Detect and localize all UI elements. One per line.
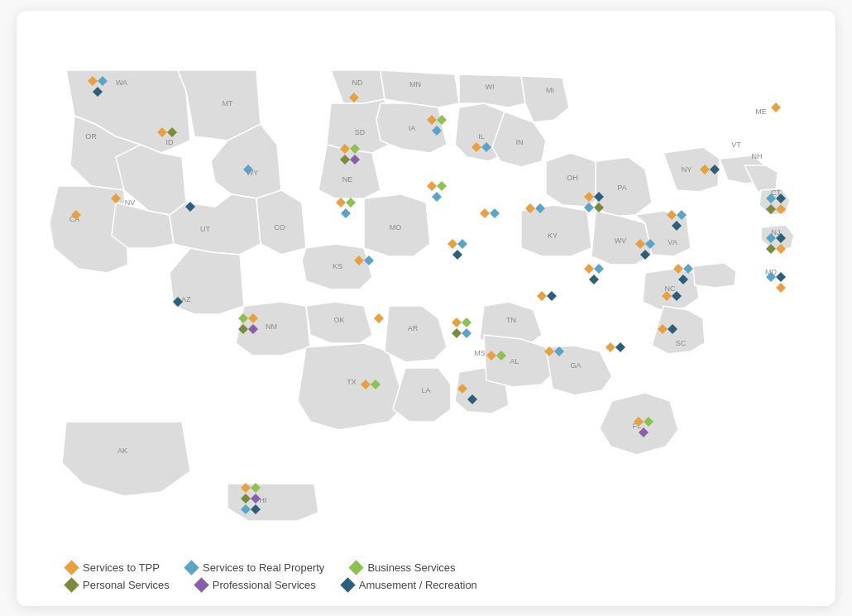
marker-KY-tpp [584,264,594,274]
label-ut: UT [200,225,210,233]
marker-NE-business [346,198,356,208]
label-al: AL [510,357,519,365]
label-wi: WI [486,83,495,91]
label-ms: MS [474,349,486,357]
state-mn [381,70,459,107]
label-or: OR [85,132,97,141]
label-nm: NM [266,322,277,331]
legend-professional: Professional Services [196,579,316,591]
legend-business: Business Services [351,561,455,574]
label-ia: IA [409,124,416,132]
state-hi [227,484,318,521]
legend-amusement: Amusement / Recreation [342,579,477,591]
marker-AR-personal [452,328,462,338]
label-la: LA [421,386,430,394]
label-ak: AK [117,446,127,455]
state-co [256,190,306,255]
marker-IL-tpp [480,208,490,218]
label-mo: MO [390,223,402,232]
label-ks: KS [333,262,342,270]
label-me: ME [755,107,767,116]
marker-KY-amusement [589,275,599,284]
label-az: AZ [181,295,191,303]
marker-MO-tpp [448,239,457,249]
state-wi [459,74,525,107]
legend-business-label: Business Services [367,561,455,574]
state-la [393,368,451,422]
label-sd: SD [355,128,366,136]
state-ky [521,205,591,256]
legend-rp-label: Services to Real Property [203,561,324,574]
legend-amusement-icon [340,577,355,592]
state-ne [318,145,381,198]
marker-MD-amusement [776,272,786,282]
label-ny: NY [682,165,692,174]
state-md-approx [693,263,736,288]
marker-MO-rp [457,239,467,249]
legend-personal-icon [64,577,79,592]
legend-amusement-label: Amusement / Recreation [359,579,477,591]
label-oh: OH [567,174,578,182]
label-ne: NE [342,175,353,184]
legend-professional-icon [194,577,208,592]
label-ga: GA [570,361,581,370]
label-tx: TX [347,378,357,386]
marker-IA-rp [432,192,442,202]
legend-business-icon [349,560,364,575]
label-va: VA [668,238,677,246]
marker-KY-rp [594,264,604,274]
label-tn: TN [506,316,516,324]
marker-AR-rp [462,328,471,338]
marker-TN-amusement [547,291,557,301]
state-az [170,248,244,314]
label-ok: OK [333,316,344,324]
marker-NE-rp [341,208,351,218]
marker-OK-tpp [374,313,384,323]
marker-MO-amusement [452,250,462,260]
label-id: ID [166,138,175,146]
label-ar: AR [408,324,419,332]
legend-tpp-label: Services to TPP [83,561,160,574]
state-tx [298,343,405,430]
state-mi-lower [521,76,569,122]
legend-row-1: Services to TPP Services to Real Propert… [66,561,786,574]
label-wa: WA [116,79,127,87]
label-pa: PA [617,184,626,192]
label-co: CO [274,223,285,232]
marker-IL-rp [490,208,500,218]
legend-rp: Services to Real Property [186,561,324,574]
marker-IA-business [437,181,447,191]
legend-personal: Personal Services [66,579,170,591]
label-in: IN [516,138,524,146]
label-nv: NV [125,198,136,207]
map-container: WA OR CA NV ID MT WY UT AZ CO NM ND SD N… [17,11,835,552]
main-card: WA OR CA NV ID MT WY UT AZ CO NM ND SD N… [17,11,835,606]
legend-rp-icon [184,560,199,575]
marker-GA-amusement [615,342,625,352]
legend-personal-label: Personal Services [83,579,170,591]
marker-TN-tpp [537,291,547,301]
label-mi: MI [546,86,554,94]
label-nh: NH [752,152,763,160]
marker-IA-tpp [427,181,437,191]
label-vt: VT [731,141,741,149]
marker-AR-business [462,318,471,327]
legend-row-2: Personal Services Professional Services … [66,579,786,591]
marker-ME-tpp [771,103,781,112]
marker-GA-tpp [605,342,615,352]
us-map: WA OR CA NV ID MT WY UT AZ CO NM ND SD N… [17,11,835,552]
label-mt: MT [223,99,233,107]
label-il: IL [478,132,485,141]
label-hi: HI [260,496,267,504]
marker-AR-tpp [452,318,462,327]
legend-tpp-icon [64,560,79,575]
label-sc: SC [676,339,687,347]
label-ky: KY [548,232,558,240]
legend-professional-label: Professional Services [213,579,316,591]
label-wv: WV [615,236,627,245]
legend: Services to TPP Services to Real Propert… [17,552,835,606]
label-mn: MN [409,80,421,88]
marker-NE-tpp [336,198,346,208]
legend-tpp: Services to TPP [66,561,160,574]
label-nd: ND [352,79,363,87]
